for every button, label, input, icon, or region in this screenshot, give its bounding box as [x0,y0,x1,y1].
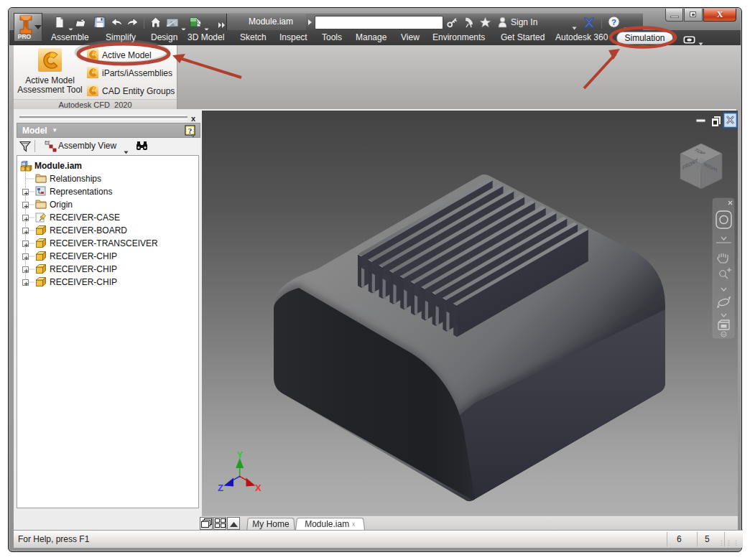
svg-text:?: ? [611,18,616,27]
svg-text:Y: Y [237,449,244,460]
svg-text:?: ? [188,126,193,135]
svg-text:X: X [255,482,261,493]
svg-text:Z: Z [218,482,223,493]
